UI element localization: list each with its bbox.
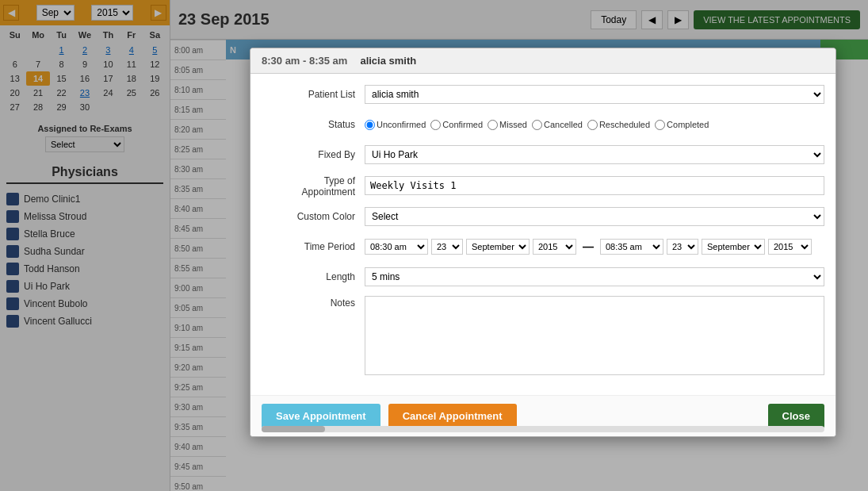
time-period-dash: —	[579, 240, 597, 253]
patient-list-select[interactable]: alicia smith	[365, 85, 824, 104]
status-radio-group: Unconfirmed Confirmed Missed Cancelled	[365, 120, 824, 130]
fixed-by-select[interactable]: Ui Ho Park Demo Clinic1 Melissa Stroud S…	[365, 145, 824, 164]
custom-color-row: Custom Color Select Red Blue Green Yello…	[262, 205, 824, 228]
close-modal-button[interactable]: Close	[768, 404, 824, 428]
status-radio-completed[interactable]	[655, 120, 665, 130]
custom-color-label: Custom Color	[262, 211, 365, 222]
scrollbar-thumb[interactable]	[262, 426, 325, 432]
status-confirmed[interactable]: Confirmed	[430, 120, 483, 130]
end-time-select[interactable]: 08:35 am 08:40 am	[600, 239, 663, 255]
status-label-missed: Missed	[499, 120, 527, 129]
fixed-by-label: Fixed By	[262, 149, 365, 160]
end-day-select[interactable]: 23	[667, 239, 698, 255]
status-radio-rescheduled[interactable]	[587, 120, 598, 130]
custom-color-select[interactable]: Select Red Blue Green Yellow	[365, 207, 824, 226]
status-radio-confirmed[interactable]	[430, 120, 441, 130]
appt-type-label: Type ofAppointment	[262, 174, 365, 198]
patient-list-control: alicia smith	[365, 85, 824, 104]
notes-textarea[interactable]	[365, 296, 824, 375]
status-label-completed: Completed	[667, 120, 709, 129]
status-cancelled[interactable]: Cancelled	[532, 120, 583, 130]
status-radio-unconfirmed[interactable]	[365, 120, 375, 130]
length-select[interactable]: 5 mins 10 mins 15 mins 20 mins 30 mins 4…	[365, 267, 824, 286]
start-day-select[interactable]: 23	[431, 239, 463, 255]
end-month-select[interactable]: September	[702, 239, 765, 255]
patient-list-row: Patient List alicia smith	[262, 83, 824, 105]
length-control: 5 mins 10 mins 15 mins 20 mins 30 mins 4…	[365, 267, 824, 286]
status-label-rescheduled: Rescheduled	[599, 120, 650, 129]
modal-header: 8:30 am - 8:35 am alicia smith	[250, 48, 835, 74]
status-completed[interactable]: Completed	[655, 120, 709, 130]
start-year-select[interactable]: 2015	[533, 239, 576, 255]
start-time-select[interactable]: 08:30 am 08:35 am	[365, 239, 428, 255]
status-radio-missed[interactable]	[488, 120, 498, 130]
patient-list-label: Patient List	[262, 89, 365, 100]
length-row: Length 5 mins 10 mins 15 mins 20 mins 30…	[262, 266, 824, 288]
fixed-by-control: Ui Ho Park Demo Clinic1 Melissa Stroud S…	[365, 145, 824, 164]
status-missed[interactable]: Missed	[488, 120, 527, 130]
save-appointment-button[interactable]: Save Appointment	[262, 404, 380, 428]
appt-type-input[interactable]	[365, 176, 824, 195]
scrollbar[interactable]	[262, 426, 824, 432]
status-label-confirmed: Confirmed	[442, 120, 483, 129]
modal-time-range: 8:30 am - 8:35 am	[262, 55, 347, 67]
notes-label: Notes	[262, 296, 365, 309]
time-period-row: Time Period 08:30 am 08:35 am 23 Septemb…	[262, 236, 824, 258]
status-label-unconfirmed: Unconfirmed	[377, 120, 426, 129]
custom-color-control: Select Red Blue Green Yellow	[365, 207, 824, 226]
modal-patient-name: alicia smith	[360, 55, 416, 67]
status-radio-cancelled[interactable]	[532, 120, 542, 130]
time-period-control: 08:30 am 08:35 am 23 September 2015 — 08…	[365, 239, 824, 255]
end-year-select[interactable]: 2015	[768, 239, 812, 255]
cancel-appointment-button[interactable]: Cancel Appointment	[388, 404, 517, 428]
time-period-label: Time Period	[262, 241, 365, 252]
appt-type-control	[365, 176, 824, 195]
notes-control	[365, 296, 824, 378]
status-label: Status	[262, 119, 365, 130]
time-period-group: 08:30 am 08:35 am 23 September 2015 — 08…	[365, 239, 824, 255]
appointment-modal: 8:30 am - 8:35 am alicia smith Patient L…	[250, 48, 836, 437]
status-label-cancelled: Cancelled	[544, 120, 583, 129]
status-row: Status Unconfirmed Confirmed Missed	[262, 113, 824, 136]
appt-type-row: Type ofAppointment	[262, 174, 824, 198]
modal-body: Patient List alicia smith Status Unconfi…	[250, 74, 835, 395]
notes-row: Notes	[262, 296, 824, 378]
status-control: Unconfirmed Confirmed Missed Cancelled	[365, 120, 824, 130]
length-label: Length	[262, 271, 365, 282]
start-month-select[interactable]: September	[466, 239, 530, 255]
status-rescheduled[interactable]: Rescheduled	[587, 120, 650, 130]
status-unconfirmed[interactable]: Unconfirmed	[365, 120, 426, 130]
fixed-by-row: Fixed By Ui Ho Park Demo Clinic1 Melissa…	[262, 144, 824, 166]
